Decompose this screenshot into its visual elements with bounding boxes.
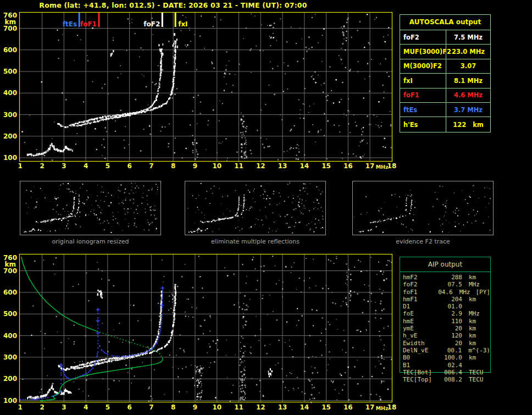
- row-label: D1: [400, 303, 439, 310]
- axis-tick-label: 18: [387, 162, 397, 170]
- axis-tick-label: 17: [365, 403, 375, 411]
- bottom-ionogram-plot: 123456789101112131415161718MHz7607006005…: [3, 254, 396, 411]
- row-label: h_vE: [400, 332, 439, 339]
- axis-tick-label: 4: [84, 162, 88, 170]
- axis-tick-label: 16: [343, 403, 353, 411]
- axis-tick-label: 15: [322, 403, 331, 411]
- marker-label-foF2: foF2: [143, 20, 160, 28]
- autoscala-row-foF2: foF27.5 MHz: [400, 30, 490, 45]
- axis-tick-label: 13: [278, 162, 287, 170]
- row-value: 3.07: [446, 62, 490, 70]
- plot-border: [20, 254, 392, 402]
- row-label: TEC[Top]: [400, 376, 439, 383]
- autoscala-output-table: AUTOSCALA output foF27.5 MHzMUF(3000)F22…: [400, 14, 491, 132]
- axis-tick-label: MHz: [376, 405, 389, 411]
- row-label: MUF(3000)F2: [400, 45, 446, 58]
- axis-tick-label: 300: [3, 353, 17, 361]
- plot-noise-echoes: [22, 256, 392, 403]
- row-label: DelN_vE: [400, 347, 439, 354]
- row-label: hmF1: [400, 296, 439, 303]
- row-label: foF2: [400, 281, 439, 288]
- axis-tick-label: 200: [3, 375, 17, 383]
- autoscala-row-ftEs: ftEs3.7 MHz: [400, 103, 490, 117]
- axis-tick-label: 5: [106, 403, 110, 411]
- axis-tick-label: 10: [212, 403, 221, 411]
- row-label: fxI: [400, 74, 446, 87]
- axis-tick-label: 11: [234, 403, 243, 411]
- aip-row-TEC[Top]: TEC[Top]008.2TECU: [400, 376, 490, 383]
- axis-tick-label: 500: [3, 68, 17, 75]
- marker-label-ftEs: ftEs: [63, 20, 77, 28]
- aip-row-foF1: foF104.6MHz[PY]: [400, 289, 490, 296]
- autoscala-row-h'Es: h'Es122 km: [400, 117, 490, 131]
- aip-row-hmE: hmE110km: [400, 318, 490, 325]
- axis-tick-label: 600: [3, 46, 17, 54]
- axis-tick-label: 400: [3, 332, 17, 340]
- aip-table-title: AIP output: [400, 257, 490, 272]
- thumbnail-original-ionogram: original ionogram resized: [20, 181, 161, 235]
- row-label: ymE: [400, 325, 439, 332]
- row-value: 20: [439, 325, 462, 332]
- row-label: foF1: [400, 289, 433, 296]
- axis-tick-label: 9: [193, 162, 197, 170]
- row-label: hmF2: [400, 274, 439, 281]
- axis-tick-label: 200: [3, 132, 17, 140]
- row-label: h'Es: [400, 117, 446, 131]
- frequency-markers: ftEsfoF1foF2fxI: [63, 13, 188, 28]
- axis-tick-label: 600: [3, 289, 17, 296]
- axis-tick-label: 16: [343, 162, 353, 170]
- thumbnail-eliminate-reflections-image: [185, 181, 324, 234]
- autoscala-screen: Rome (lat: +41.8, lon: 012.5) - DATE: 20…: [0, 0, 532, 415]
- row-label: hmE: [400, 318, 439, 325]
- axis-tick-label: 6: [127, 403, 131, 411]
- row-unit: TECU: [462, 369, 484, 376]
- row-value: 008.2: [439, 376, 462, 383]
- aip-row-hmF2: hmF2288km: [400, 274, 490, 281]
- row-value: 7.5 MHz: [446, 34, 490, 41]
- top-ionogram-plot: 123456789101112131415161718MHz7607006005…: [3, 12, 396, 170]
- plot-border: [20, 13, 392, 162]
- axis-tick-label: 11: [234, 162, 243, 170]
- autoscala-table-title: AUTOSCALA output: [400, 15, 490, 30]
- plot-grid: [20, 13, 392, 162]
- row-note: [PY]: [470, 289, 491, 296]
- aip-row-B1: B102.4: [400, 362, 490, 369]
- row-unit: m^(-3): [462, 347, 490, 354]
- thumbnail-evidence-f2-image: [353, 181, 492, 234]
- thumbnail-eliminate-reflections: eliminate multiple reflections: [185, 181, 326, 235]
- row-value: 01.0: [439, 303, 462, 310]
- row-value: 110: [439, 318, 462, 325]
- plot-axis-labels: 123456789101112131415161718MHz7607006005…: [3, 254, 396, 411]
- row-unit: MHz: [453, 289, 470, 296]
- row-unit: MHz: [462, 281, 480, 288]
- row-value: 120: [439, 332, 462, 339]
- aip-row-h_vE: h_vE120km: [400, 332, 490, 339]
- aip-row-Ewidth: Ewidth20km: [400, 340, 490, 347]
- row-unit: km: [462, 332, 476, 339]
- axis-tick-label: 14: [300, 403, 309, 411]
- axis-tick-label: 8: [171, 162, 175, 170]
- axis-tick-label: 1: [18, 403, 23, 411]
- row-label: foF2: [400, 30, 446, 44]
- autoscala-row-fxI: fxI8.1 MHz: [400, 74, 490, 88]
- electron-density-profile: [21, 257, 163, 401]
- axis-tick-label: 15: [322, 162, 331, 170]
- row-label: B0: [400, 354, 439, 361]
- row-unit: [462, 303, 469, 310]
- row-value: 07.5: [439, 281, 462, 288]
- plot-traces: [27, 42, 177, 156]
- axis-tick-label: km: [5, 261, 16, 268]
- autoscala-row-M(3000)F2: M(3000)F23.07: [400, 59, 490, 74]
- axis-tick-label: 13: [278, 403, 287, 411]
- row-unit: km: [462, 354, 476, 361]
- row-value: 23.0 MHz: [446, 48, 490, 56]
- row-value: 02.4: [439, 362, 462, 369]
- thumbnail-caption: evidence F2 trace: [353, 238, 493, 245]
- axis-tick-label: 400: [3, 89, 17, 97]
- row-value: 100.0: [439, 354, 462, 361]
- row-unit: MHz: [462, 310, 480, 317]
- plot-grid: [20, 254, 392, 402]
- autoscala-table-rows: foF27.5 MHzMUF(3000)F223.0 MHzM(3000)F23…: [400, 30, 490, 132]
- row-unit: TECU: [462, 376, 484, 383]
- row-unit: km: [462, 318, 476, 325]
